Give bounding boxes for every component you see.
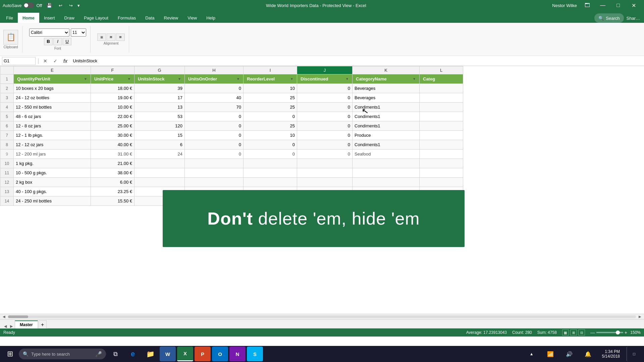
- cell-g7[interactable]: 15: [135, 131, 185, 140]
- zoom-slider[interactable]: [596, 332, 623, 333]
- restore-down-button[interactable]: 🗔: [580, 0, 595, 11]
- filter-arrow-g[interactable]: ▼: [178, 77, 181, 81]
- cell-l5[interactable]: [420, 112, 463, 121]
- cell-f5[interactable]: 22.00 €: [91, 112, 135, 121]
- align-left-button[interactable]: ≡: [97, 34, 106, 41]
- cell-h4[interactable]: 70: [185, 103, 244, 112]
- edge-button[interactable]: e: [125, 347, 141, 361]
- cell-f7[interactable]: 30.00 €: [91, 131, 135, 140]
- cell-e13[interactable]: 40 - 100 g pkgs.: [14, 187, 91, 196]
- cell-f12[interactable]: 6.00 €: [91, 178, 135, 187]
- col-header-h[interactable]: H: [185, 66, 244, 74]
- filter-arrow-j[interactable]: ▼: [345, 77, 349, 81]
- cell-e2[interactable]: 10 boxes x 20 bags: [14, 84, 91, 93]
- cell-h3[interactable]: 40: [185, 93, 244, 103]
- filter-arrow-i[interactable]: ▼: [290, 77, 293, 81]
- cell-h6[interactable]: 0: [185, 121, 244, 131]
- cell-j9[interactable]: 0: [297, 149, 353, 159]
- cell-i6[interactable]: 25: [244, 121, 297, 131]
- cell-k7[interactable]: Produce: [353, 131, 420, 140]
- insert-function-button[interactable]: fx: [61, 58, 69, 64]
- cell-j4[interactable]: 0: [297, 103, 353, 112]
- cell-g2[interactable]: 39: [135, 84, 185, 93]
- cell-g12[interactable]: [135, 178, 185, 187]
- cell-e9[interactable]: 12 - 200 ml jars: [14, 149, 91, 159]
- show-hidden-icons-button[interactable]: ▲: [524, 347, 539, 361]
- cell-g9[interactable]: 24: [135, 149, 185, 159]
- filter-arrow-f[interactable]: ▼: [127, 77, 131, 81]
- cell-j11[interactable]: [297, 168, 353, 178]
- italic-button[interactable]: I: [53, 38, 62, 45]
- header-cell-k[interactable]: CategoryName ▼: [353, 74, 420, 84]
- zoom-in-button[interactable]: +: [625, 330, 627, 335]
- cell-e3[interactable]: 24 - 12 oz bottles: [14, 93, 91, 103]
- minimize-button[interactable]: —: [595, 0, 610, 11]
- quick-access-more[interactable]: ▾: [77, 3, 80, 8]
- cell-h7[interactable]: 0: [185, 131, 244, 140]
- clock[interactable]: 1:34 PM 5/14/2018: [599, 349, 623, 359]
- cell-l3[interactable]: [420, 93, 463, 103]
- cell-f10[interactable]: 21.00 €: [91, 159, 135, 168]
- tab-data[interactable]: Data: [141, 13, 159, 23]
- name-box[interactable]: [2, 57, 36, 65]
- cell-h5[interactable]: 0: [185, 112, 244, 121]
- cell-f9[interactable]: 31.00 €: [91, 149, 135, 159]
- cell-j12[interactable]: [297, 178, 353, 187]
- taskbar-search-box[interactable]: 🔍 🎤: [19, 349, 106, 359]
- header-cell-h[interactable]: UnitsOnOrder ▼: [185, 74, 244, 84]
- cell-g11[interactable]: [135, 168, 185, 178]
- bold-button[interactable]: B: [44, 38, 53, 45]
- cell-l11[interactable]: [420, 168, 463, 178]
- cell-e12[interactable]: 2 kg box: [14, 178, 91, 187]
- scroll-left-arrow[interactable]: ◀: [1, 315, 7, 318]
- cell-l7[interactable]: [420, 131, 463, 140]
- maximize-button[interactable]: □: [610, 0, 626, 11]
- cell-l12[interactable]: [420, 178, 463, 187]
- cell-e6[interactable]: 12 - 8 oz jars: [14, 121, 91, 131]
- cell-f4[interactable]: 10.00 €: [91, 103, 135, 112]
- page-layout-view-button[interactable]: ⊞: [570, 329, 577, 336]
- tab-file[interactable]: File: [1, 13, 18, 23]
- cell-g3[interactable]: 17: [135, 93, 185, 103]
- tab-view[interactable]: View: [183, 13, 202, 23]
- cell-e14[interactable]: 24 - 250 ml bottles: [14, 196, 91, 206]
- cell-i8[interactable]: 0: [244, 140, 297, 149]
- cell-h12[interactable]: [185, 178, 244, 187]
- tab-formulas[interactable]: Formulas: [113, 13, 141, 23]
- autosave-toggle[interactable]: [23, 3, 34, 8]
- save-button[interactable]: 💾: [45, 2, 54, 9]
- cell-j8[interactable]: 0: [297, 140, 353, 149]
- cell-g10[interactable]: [135, 159, 185, 168]
- cell-j5[interactable]: 0: [297, 112, 353, 121]
- cell-e8[interactable]: 12 - 12 oz jars: [14, 140, 91, 149]
- sheet-tab-master[interactable]: Master: [15, 320, 38, 328]
- cell-j6[interactable]: 0: [297, 121, 353, 131]
- filter-arrow-k[interactable]: ▼: [413, 77, 416, 81]
- cell-j2[interactable]: 0: [297, 84, 353, 93]
- share-label[interactable]: Shar…: [627, 16, 640, 21]
- normal-view-button[interactable]: ▦: [562, 329, 569, 336]
- page-break-view-button[interactable]: ⊟: [578, 329, 585, 336]
- cell-e10[interactable]: 1 kg pkg.: [14, 159, 91, 168]
- tab-insert[interactable]: Insert: [39, 13, 60, 23]
- tab-help[interactable]: Help: [202, 13, 220, 23]
- tab-review[interactable]: Review: [159, 13, 183, 23]
- col-header-i[interactable]: I: [244, 66, 297, 74]
- filter-arrow-e[interactable]: ▼: [84, 77, 87, 81]
- align-center-button[interactable]: ≡: [107, 34, 115, 41]
- cell-g8[interactable]: 6: [135, 140, 185, 149]
- col-header-g[interactable]: G: [135, 66, 185, 74]
- redo-button[interactable]: ↪: [67, 2, 75, 9]
- taskbar-search-input[interactable]: [31, 352, 93, 357]
- cell-l6[interactable]: [420, 121, 463, 131]
- header-cell-j[interactable]: Discontinued ▼: [297, 74, 353, 84]
- cell-h2[interactable]: 0: [185, 84, 244, 93]
- scroll-right-arrow[interactable]: ▶: [637, 315, 643, 318]
- cell-f2[interactable]: 18.00 €: [91, 84, 135, 93]
- tab-page-layout[interactable]: Page Layout: [79, 13, 113, 23]
- col-header-e[interactable]: E: [14, 66, 91, 74]
- scroll-thumb[interactable]: [8, 315, 28, 318]
- cell-h10[interactable]: [185, 159, 244, 168]
- zoom-out-button[interactable]: —: [590, 330, 595, 335]
- cell-k8[interactable]: Condiments1: [353, 140, 420, 149]
